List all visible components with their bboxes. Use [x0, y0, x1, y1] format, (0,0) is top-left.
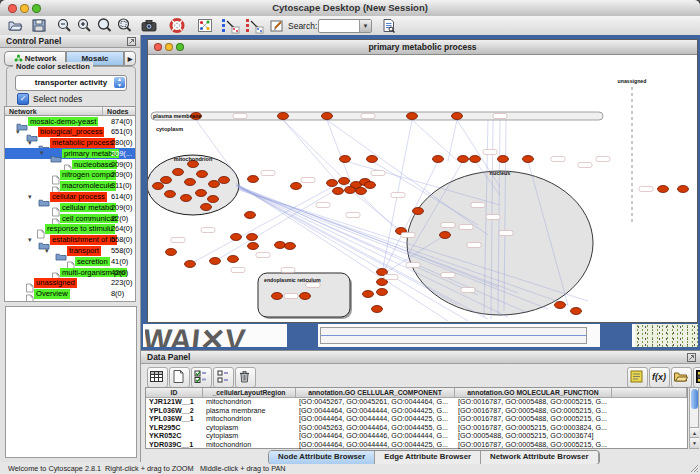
network-node[interactable] [523, 156, 534, 163]
function-builder-button[interactable]: f(x) [649, 367, 670, 388]
import-attributes-button[interactable] [671, 367, 692, 388]
tree-row[interactable]: ▾cellular process614(0) [5, 192, 135, 203]
column-nodes[interactable]: Nodes [103, 107, 135, 115]
network-node[interactable] [555, 302, 566, 309]
network-node[interactable] [165, 191, 176, 198]
network-node[interactable] [372, 306, 383, 313]
float-panel-icon[interactable] [687, 353, 696, 362]
table-cell[interactable]: YPL036W__2 [146, 407, 203, 416]
network-node[interactable] [433, 156, 444, 163]
select-attributes-button[interactable] [191, 367, 212, 388]
network-node[interactable] [278, 113, 289, 120]
column-header[interactable]: annotation.GO CELLULAR_COMPONENT [296, 388, 455, 398]
network-view-titlebar[interactable]: primary metabolic process [148, 40, 697, 55]
save-session-button[interactable] [30, 17, 48, 34]
tree-row[interactable]: nucleobase-209(0) [5, 159, 135, 170]
network-node[interactable] [300, 293, 311, 300]
tab-node-attribute-browser[interactable]: Node Attribute Browser [269, 451, 375, 464]
network-node[interactable] [291, 183, 302, 190]
color-attribute-dropdown[interactable]: transporter activity ▲▼ [15, 75, 127, 91]
float-panel-icon[interactable] [127, 37, 136, 46]
network-node[interactable] [345, 187, 356, 194]
scrollbar-thumb[interactable] [691, 389, 698, 409]
table-cell[interactable]: cytoplasm [203, 432, 296, 441]
table-scrollbar[interactable]: ▲ ▼ [689, 387, 699, 449]
network-node[interactable] [166, 249, 177, 256]
attribute-editor-button[interactable] [627, 367, 648, 388]
network-canvas[interactable]: plasma membranecytoplasmmitochondrionnuc… [148, 55, 697, 322]
table-cell[interactable]: YDR039C__1 [146, 441, 203, 450]
network-node[interactable] [209, 181, 220, 188]
tree-row[interactable]: macromolecule311(0) [5, 181, 135, 192]
network-node[interactable] [228, 256, 239, 263]
table-cell[interactable]: mitochondrion [203, 441, 296, 450]
app-titlebar[interactable]: Cytoscape Desktop (New Session) [0, 0, 700, 17]
scroll-down-icon[interactable]: ▼ [690, 437, 699, 448]
network-node[interactable] [365, 182, 376, 189]
table-cell[interactable]: [GO:0044464, GO:0044444, GO:0044425, G..… [296, 441, 455, 450]
tree-row[interactable]: response to stimulu264(0) [5, 224, 135, 235]
open-session-button[interactable] [6, 17, 24, 34]
table-row[interactable]: YJR121W__1mitochondrion[GO:0045267, GO:0… [146, 398, 687, 407]
tree-row[interactable]: cellular metabo209(0) [5, 202, 135, 213]
network-view-window[interactable]: primary metabolic process plasma membran… [147, 39, 698, 323]
network-node[interactable] [363, 291, 374, 298]
tree-row[interactable]: ▾primary metabo209(... [5, 148, 135, 159]
table-cell[interactable] [612, 424, 687, 433]
network-node[interactable] [248, 243, 259, 250]
tree-row[interactable]: secretion41(0) [5, 256, 135, 267]
expand-arrow-icon[interactable]: ▾ [28, 235, 32, 245]
network-node[interactable] [413, 208, 424, 215]
table-cell[interactable]: plasma membrane [203, 407, 296, 416]
network-node[interactable] [658, 186, 669, 193]
table-cell[interactable] [612, 407, 687, 416]
table-row[interactable]: YPL036W__1mitochondrion[GO:0044464, GO:0… [146, 415, 687, 424]
network-node[interactable] [161, 177, 172, 184]
network-node[interactable] [407, 113, 418, 120]
table-cell[interactable]: [GO:0016787, GO:0005488, GO:0005215, G..… [455, 398, 612, 407]
tree-row[interactable]: ▾biological_process651(0) [5, 127, 135, 138]
expand-arrow-icon[interactable]: ▾ [28, 192, 32, 202]
chevron-down-icon[interactable]: ▼ [359, 20, 371, 32]
annotation-button[interactable] [268, 17, 286, 34]
expand-arrow-icon[interactable]: ▾ [45, 246, 49, 256]
tree-row[interactable]: Overview8(0) [5, 289, 135, 300]
tree-row[interactable]: unassigned223(0) [5, 278, 135, 289]
network-node[interactable] [458, 156, 469, 163]
unselect-attributes-button[interactable] [213, 367, 234, 388]
column-header[interactable]: _cellularLayoutRegion [203, 388, 296, 398]
network-node[interactable] [322, 113, 333, 120]
column-header[interactable]: annotation.GO MOLECULAR_FUNCTION [455, 388, 612, 398]
tab-network-attribute-browser[interactable]: Network Attribute Browser [481, 451, 599, 464]
attribute-search-button[interactable] [380, 17, 398, 34]
network-node[interactable] [196, 190, 207, 197]
select-nodes-checkbox[interactable]: ✓ [17, 93, 29, 105]
birdseye-view[interactable] [5, 306, 137, 458]
zoom-out-button[interactable] [56, 17, 74, 34]
select-nodes-option[interactable]: ✓ Select nodes [17, 93, 82, 105]
expand-arrow-icon[interactable]: ▾ [16, 127, 20, 137]
tree-row[interactable]: multi-organism pro42(0) [5, 267, 135, 278]
network-node[interactable] [377, 289, 388, 296]
attribute-table-button[interactable] [147, 367, 168, 388]
table-cell[interactable]: [GO:0044464, GO:0044444, GO:0044425, G..… [296, 407, 455, 416]
expand-arrow-icon[interactable]: ▾ [40, 148, 44, 158]
network-node[interactable] [340, 156, 351, 163]
table-cell[interactable]: [GO:0045263, GO:0044464, GO:0044455, G..… [296, 424, 455, 433]
delete-attribute-button[interactable] [235, 367, 256, 388]
plasma-membrane-region[interactable] [151, 112, 603, 120]
table-cell[interactable]: [GO:0016787, GO:0005488, GO:0005215, G..… [455, 441, 612, 450]
new-attribute-button[interactable] [169, 367, 190, 388]
table-cell[interactable] [612, 441, 687, 450]
graphics-details-button[interactable] [196, 17, 214, 34]
table-cell[interactable]: [GO:0044464, GO:0044444, GO:0044425, G..… [296, 415, 455, 424]
table-row[interactable]: YKR052Ccytoplasm[GO:0044464, GO:0044446,… [146, 432, 687, 441]
network-node[interactable] [470, 156, 481, 163]
matrix-button[interactable] [693, 367, 700, 388]
search-combobox[interactable]: ▼ [318, 19, 372, 33]
table-cell[interactable] [612, 432, 687, 441]
network-node[interactable] [248, 176, 259, 183]
column-header[interactable]: ID [146, 388, 203, 398]
table-cell[interactable] [612, 415, 687, 424]
network-node[interactable] [185, 261, 196, 268]
